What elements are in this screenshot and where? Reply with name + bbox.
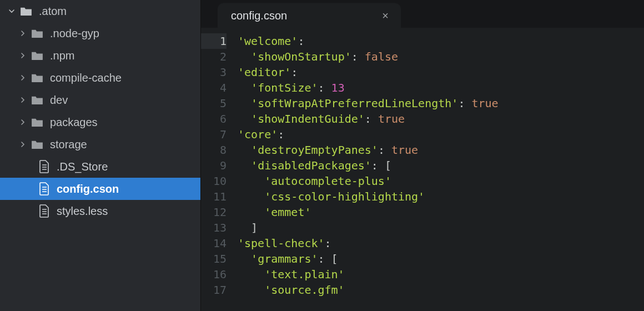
- tree-folder-row[interactable]: packages: [0, 111, 200, 133]
- tree-folder-row[interactable]: storage: [0, 133, 200, 156]
- token-punc: :: [298, 34, 304, 48]
- line-number: 11: [201, 189, 227, 204]
- token-str: 'softWrapAtPreferredLineLength': [251, 97, 458, 110]
- token-punc: [238, 81, 251, 94]
- line-number: 12: [201, 204, 227, 220]
- token-punc: [238, 143, 251, 157]
- close-icon[interactable]: ×: [382, 9, 389, 22]
- token-punc: : [: [318, 252, 338, 265]
- editor-pane: config.cson × 1234567891011121314151617 …: [201, 0, 644, 311]
- chevron-right-icon: [19, 31, 27, 36]
- token-kw: true: [391, 143, 418, 157]
- token-str: 'text.plain': [264, 268, 345, 281]
- code-line[interactable]: 'welcome':: [238, 33, 644, 49]
- token-punc: [238, 50, 251, 63]
- token-punc: :: [365, 112, 378, 126]
- line-number: 17: [201, 282, 227, 298]
- code-line[interactable]: 'disabledPackages': [: [238, 158, 644, 173]
- token-kw: true: [471, 97, 498, 110]
- tree-folder-row[interactable]: .node-gyp: [0, 22, 200, 44]
- file-tree-sidebar[interactable]: .atom .node-gyp.npmcompile-cachedevpacka…: [0, 0, 201, 311]
- token-punc: :: [378, 143, 391, 157]
- code-line[interactable]: 'emmet': [238, 204, 644, 220]
- folder-icon: [31, 28, 43, 38]
- token-punc: : [: [371, 159, 391, 172]
- code-line[interactable]: 'destroyEmptyPanes': true: [238, 142, 644, 158]
- folder-icon: [31, 139, 43, 149]
- code-line[interactable]: 'showOnStartup': false: [238, 49, 644, 64]
- tree-file-row[interactable]: config.cson: [0, 178, 200, 200]
- file-icon: [39, 204, 50, 218]
- tree-file-row[interactable]: styles.less: [0, 200, 200, 222]
- code-content[interactable]: 'welcome': 'showOnStartup': false'editor…: [233, 33, 644, 311]
- token-punc: [238, 252, 251, 265]
- code-line[interactable]: 'autocomplete-plus': [238, 173, 644, 189]
- tab-config-cson[interactable]: config.cson ×: [218, 3, 401, 28]
- token-str: 'core': [238, 128, 278, 141]
- token-punc: :: [458, 97, 471, 110]
- token-punc: :: [351, 50, 365, 63]
- tree-file-row[interactable]: .DS_Store: [0, 156, 200, 178]
- editor-area[interactable]: 1234567891011121314151617 'welcome': 'sh…: [201, 28, 644, 311]
- tree-item-label: styles.less: [57, 205, 108, 218]
- tab-bar[interactable]: config.cson ×: [201, 0, 644, 28]
- token-punc: :: [278, 128, 284, 141]
- token-str: 'destroyEmptyPanes': [251, 143, 378, 157]
- tree-folder-row[interactable]: compile-cache: [0, 67, 200, 89]
- token-str: 'welcome': [238, 34, 298, 48]
- tree-item-label: .node-gyp: [50, 27, 99, 40]
- app-root: .atom .node-gyp.npmcompile-cachedevpacka…: [0, 0, 644, 311]
- folder-icon: [20, 6, 32, 16]
- folder-icon: [31, 117, 43, 127]
- code-line[interactable]: 'editor':: [238, 64, 644, 80]
- token-num: 13: [331, 81, 345, 94]
- line-number: 15: [201, 251, 227, 267]
- code-line[interactable]: 'core':: [238, 127, 644, 142]
- tree-folder-row[interactable]: .npm: [0, 44, 200, 67]
- chevron-right-icon: [19, 75, 27, 81]
- token-str: 'showOnStartup': [251, 50, 351, 63]
- tree-root-row[interactable]: .atom: [0, 0, 200, 22]
- code-line[interactable]: 'grammars': [: [238, 251, 644, 267]
- line-number: 9: [201, 158, 227, 173]
- code-line[interactable]: 'source.gfm': [238, 282, 644, 298]
- token-str: 'emmet': [264, 205, 311, 219]
- token-str: 'source.gfm': [264, 283, 345, 297]
- line-number: 8: [201, 142, 227, 158]
- tab-title: config.cson: [231, 9, 287, 22]
- line-number: 3: [201, 64, 227, 80]
- line-number: 1: [201, 33, 227, 49]
- line-number: 16: [201, 267, 227, 282]
- line-number: 4: [201, 80, 227, 96]
- code-line[interactable]: ]: [238, 220, 644, 235]
- tree-item-label: compile-cache: [50, 72, 122, 84]
- code-line[interactable]: 'fontSize': 13: [238, 80, 644, 96]
- token-punc: [238, 205, 264, 219]
- token-punc: [238, 283, 264, 297]
- code-line[interactable]: 'spell-check':: [238, 235, 644, 251]
- tree-item-label: .DS_Store: [57, 160, 108, 173]
- token-punc: [238, 268, 264, 281]
- tree-folder-row[interactable]: dev: [0, 89, 200, 111]
- token-kw: false: [365, 50, 398, 63]
- token-str: 'editor': [238, 66, 291, 79]
- tree-item-label: .npm: [50, 49, 74, 62]
- token-punc: [238, 97, 251, 110]
- code-line[interactable]: 'showIndentGuide': true: [238, 111, 644, 127]
- chevron-right-icon: [19, 142, 27, 147]
- chevron-right-icon: [19, 119, 27, 125]
- token-punc: [238, 190, 264, 203]
- token-str: 'autocomplete-plus': [264, 174, 391, 188]
- token-str: 'fontSize': [251, 81, 318, 94]
- tree-item-label: dev: [50, 94, 68, 107]
- code-line[interactable]: 'softWrapAtPreferredLineLength': true: [238, 96, 644, 111]
- code-line[interactable]: 'text.plain': [238, 267, 644, 282]
- code-line[interactable]: 'css-color-highlighting': [238, 189, 644, 204]
- token-str: 'spell-check': [238, 237, 325, 250]
- file-icon: [39, 182, 50, 195]
- token-punc: [238, 159, 251, 172]
- line-number: 2: [201, 49, 227, 64]
- tree-item-label: packages: [50, 116, 98, 129]
- tree-item-label: config.cson: [57, 183, 119, 195]
- folder-icon: [31, 95, 43, 105]
